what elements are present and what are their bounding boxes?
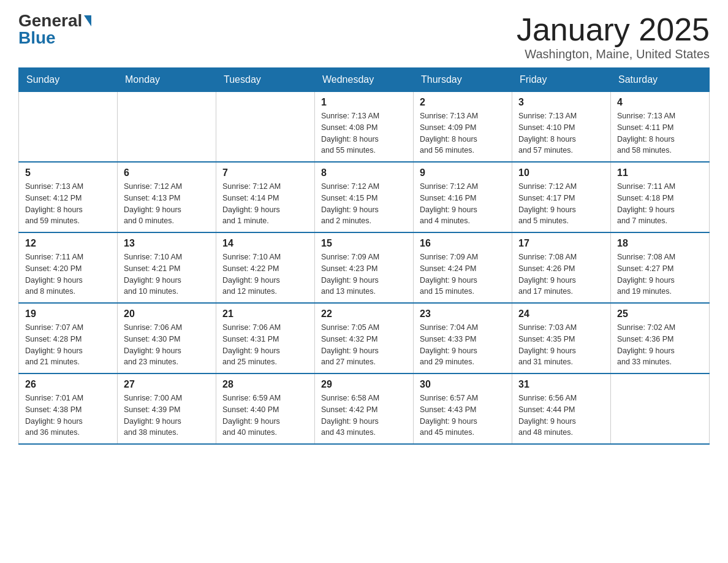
- day-info: Sunrise: 7:13 AM Sunset: 4:08 PM Dayligh…: [321, 110, 407, 156]
- day-number: 31: [518, 379, 604, 390]
- calendar-day-cell: [19, 92, 118, 163]
- day-number: 9: [420, 167, 506, 178]
- calendar-day-cell: 1Sunrise: 7:13 AM Sunset: 4:08 PM Daylig…: [315, 92, 414, 163]
- day-number: 6: [124, 167, 210, 178]
- calendar-day-cell: 19Sunrise: 7:07 AM Sunset: 4:28 PM Dayli…: [19, 303, 118, 373]
- day-info: Sunrise: 7:10 AM Sunset: 4:21 PM Dayligh…: [124, 251, 210, 297]
- logo-blue-text: Blue: [18, 29, 56, 47]
- day-number: 2: [420, 97, 506, 108]
- calendar-day-cell: 21Sunrise: 7:06 AM Sunset: 4:31 PM Dayli…: [216, 303, 315, 373]
- calendar-day-cell: 10Sunrise: 7:12 AM Sunset: 4:17 PM Dayli…: [512, 162, 611, 232]
- day-info: Sunrise: 6:58 AM Sunset: 4:42 PM Dayligh…: [321, 393, 407, 439]
- day-info: Sunrise: 7:08 AM Sunset: 4:27 PM Dayligh…: [617, 251, 703, 297]
- day-info: Sunrise: 7:13 AM Sunset: 4:10 PM Dayligh…: [518, 110, 604, 156]
- calendar-week-row: 1Sunrise: 7:13 AM Sunset: 4:08 PM Daylig…: [19, 92, 710, 163]
- day-info: Sunrise: 7:08 AM Sunset: 4:26 PM Dayligh…: [518, 251, 604, 297]
- calendar-day-cell: 13Sunrise: 7:10 AM Sunset: 4:21 PM Dayli…: [118, 232, 216, 303]
- day-info: Sunrise: 7:09 AM Sunset: 4:24 PM Dayligh…: [420, 251, 506, 297]
- day-info: Sunrise: 7:12 AM Sunset: 4:17 PM Dayligh…: [518, 181, 604, 227]
- title-location: Washington, Maine, United States: [517, 47, 710, 61]
- day-info: Sunrise: 6:56 AM Sunset: 4:44 PM Dayligh…: [518, 393, 604, 439]
- day-info: Sunrise: 7:04 AM Sunset: 4:33 PM Dayligh…: [420, 322, 506, 368]
- day-number: 15: [321, 238, 407, 249]
- header-wednesday: Wednesday: [315, 68, 414, 92]
- calendar-day-cell: 29Sunrise: 6:58 AM Sunset: 4:42 PM Dayli…: [315, 373, 414, 444]
- day-info: Sunrise: 7:02 AM Sunset: 4:36 PM Dayligh…: [617, 322, 703, 368]
- day-number: 4: [617, 97, 703, 108]
- calendar-day-cell: 23Sunrise: 7:04 AM Sunset: 4:33 PM Dayli…: [414, 303, 512, 373]
- day-number: 19: [25, 308, 111, 320]
- calendar-day-cell: 8Sunrise: 7:12 AM Sunset: 4:15 PM Daylig…: [315, 162, 414, 232]
- calendar-day-cell: 26Sunrise: 7:01 AM Sunset: 4:38 PM Dayli…: [19, 373, 118, 444]
- day-number: 13: [124, 238, 210, 249]
- calendar-week-row: 12Sunrise: 7:11 AM Sunset: 4:20 PM Dayli…: [19, 232, 710, 303]
- title-month: January 2025: [517, 12, 710, 47]
- calendar-week-row: 19Sunrise: 7:07 AM Sunset: 4:28 PM Dayli…: [19, 303, 710, 373]
- calendar-day-cell: 11Sunrise: 7:11 AM Sunset: 4:18 PM Dayli…: [611, 162, 710, 232]
- calendar-table: Sunday Monday Tuesday Wednesday Thursday…: [18, 67, 710, 445]
- day-number: 10: [518, 167, 604, 178]
- day-number: 21: [222, 308, 308, 320]
- calendar-day-cell: 22Sunrise: 7:05 AM Sunset: 4:32 PM Dayli…: [315, 303, 414, 373]
- day-number: 29: [321, 379, 407, 390]
- day-info: Sunrise: 7:11 AM Sunset: 4:18 PM Dayligh…: [617, 181, 703, 227]
- day-info: Sunrise: 7:10 AM Sunset: 4:22 PM Dayligh…: [222, 251, 308, 297]
- title-section: January 2025 Washington, Maine, United S…: [517, 12, 710, 61]
- day-number: 30: [420, 379, 506, 390]
- day-number: 18: [617, 238, 703, 249]
- calendar-day-cell: 30Sunrise: 6:57 AM Sunset: 4:43 PM Dayli…: [414, 373, 512, 444]
- calendar-day-cell: 31Sunrise: 6:56 AM Sunset: 4:44 PM Dayli…: [512, 373, 611, 444]
- calendar-day-cell: 15Sunrise: 7:09 AM Sunset: 4:23 PM Dayli…: [315, 232, 414, 303]
- day-info: Sunrise: 7:13 AM Sunset: 4:12 PM Dayligh…: [25, 181, 111, 227]
- calendar-day-cell: 5Sunrise: 7:13 AM Sunset: 4:12 PM Daylig…: [19, 162, 118, 232]
- day-number: 8: [321, 167, 407, 178]
- calendar-day-cell: 28Sunrise: 6:59 AM Sunset: 4:40 PM Dayli…: [216, 373, 315, 444]
- day-info: Sunrise: 7:01 AM Sunset: 4:38 PM Dayligh…: [25, 393, 111, 439]
- logo-general-text: General: [18, 12, 91, 29]
- day-number: 26: [25, 379, 111, 390]
- day-info: Sunrise: 7:06 AM Sunset: 4:30 PM Dayligh…: [124, 322, 210, 368]
- day-info: Sunrise: 7:00 AM Sunset: 4:39 PM Dayligh…: [124, 393, 210, 439]
- day-number: 16: [420, 238, 506, 249]
- calendar-day-cell: 27Sunrise: 7:00 AM Sunset: 4:39 PM Dayli…: [118, 373, 216, 444]
- day-info: Sunrise: 7:13 AM Sunset: 4:11 PM Dayligh…: [617, 110, 703, 156]
- day-info: Sunrise: 6:59 AM Sunset: 4:40 PM Dayligh…: [222, 393, 308, 439]
- day-number: 27: [124, 379, 210, 390]
- day-info: Sunrise: 7:12 AM Sunset: 4:14 PM Dayligh…: [222, 181, 308, 227]
- day-info: Sunrise: 7:07 AM Sunset: 4:28 PM Dayligh…: [25, 322, 111, 368]
- calendar-day-cell: 7Sunrise: 7:12 AM Sunset: 4:14 PM Daylig…: [216, 162, 315, 232]
- day-number: 24: [518, 308, 604, 320]
- day-number: 25: [617, 308, 703, 320]
- day-number: 20: [124, 308, 210, 320]
- calendar-day-cell: 17Sunrise: 7:08 AM Sunset: 4:26 PM Dayli…: [512, 232, 611, 303]
- calendar-day-cell: 2Sunrise: 7:13 AM Sunset: 4:09 PM Daylig…: [414, 92, 512, 163]
- page-header: General Blue January 2025 Washington, Ma…: [18, 12, 710, 61]
- logo: General Blue: [18, 12, 91, 47]
- calendar-day-cell: [216, 92, 315, 163]
- calendar-day-cell: 9Sunrise: 7:12 AM Sunset: 4:16 PM Daylig…: [414, 162, 512, 232]
- day-info: Sunrise: 7:12 AM Sunset: 4:13 PM Dayligh…: [124, 181, 210, 227]
- calendar-day-cell: 12Sunrise: 7:11 AM Sunset: 4:20 PM Dayli…: [19, 232, 118, 303]
- header-friday: Friday: [512, 68, 611, 92]
- calendar-day-cell: 18Sunrise: 7:08 AM Sunset: 4:27 PM Dayli…: [611, 232, 710, 303]
- day-number: 5: [25, 167, 111, 178]
- day-info: Sunrise: 7:05 AM Sunset: 4:32 PM Dayligh…: [321, 322, 407, 368]
- calendar-week-row: 26Sunrise: 7:01 AM Sunset: 4:38 PM Dayli…: [19, 373, 710, 444]
- header-tuesday: Tuesday: [216, 68, 315, 92]
- day-info: Sunrise: 7:13 AM Sunset: 4:09 PM Dayligh…: [420, 110, 506, 156]
- calendar-day-cell: 20Sunrise: 7:06 AM Sunset: 4:30 PM Dayli…: [118, 303, 216, 373]
- day-number: 28: [222, 379, 308, 390]
- calendar-day-cell: 25Sunrise: 7:02 AM Sunset: 4:36 PM Dayli…: [611, 303, 710, 373]
- calendar-day-cell: 24Sunrise: 7:03 AM Sunset: 4:35 PM Dayli…: [512, 303, 611, 373]
- day-number: 22: [321, 308, 407, 320]
- day-number: 3: [518, 97, 604, 108]
- calendar-week-row: 5Sunrise: 7:13 AM Sunset: 4:12 PM Daylig…: [19, 162, 710, 232]
- calendar-day-cell: 14Sunrise: 7:10 AM Sunset: 4:22 PM Dayli…: [216, 232, 315, 303]
- calendar-header-row: Sunday Monday Tuesday Wednesday Thursday…: [19, 68, 710, 92]
- calendar-day-cell: [611, 373, 710, 444]
- calendar-day-cell: [118, 92, 216, 163]
- header-monday: Monday: [118, 68, 216, 92]
- day-number: 11: [617, 167, 703, 178]
- day-info: Sunrise: 7:03 AM Sunset: 4:35 PM Dayligh…: [518, 322, 604, 368]
- day-info: Sunrise: 6:57 AM Sunset: 4:43 PM Dayligh…: [420, 393, 506, 439]
